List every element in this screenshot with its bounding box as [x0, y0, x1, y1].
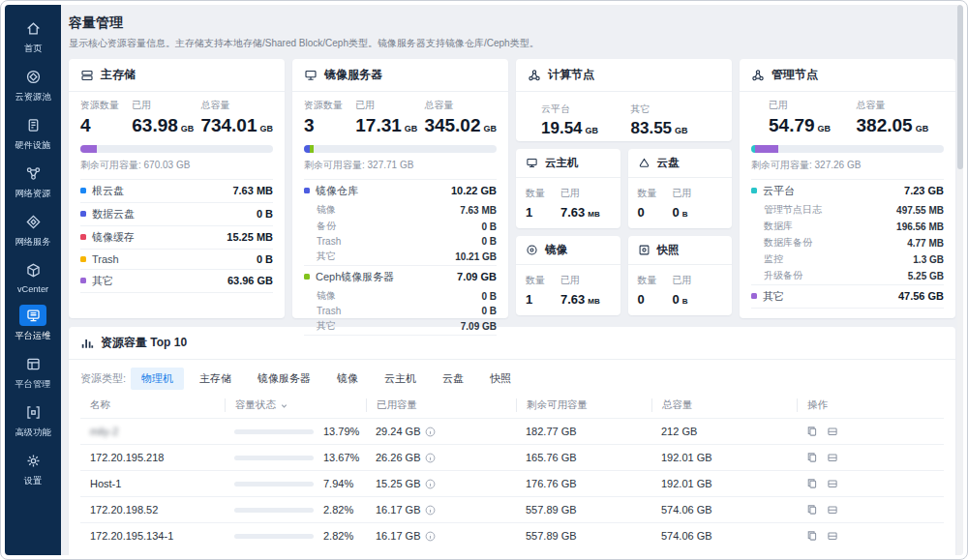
disk-icon[interactable]	[827, 452, 838, 463]
info-icon[interactable]	[425, 453, 436, 463]
sidebar-item-settings[interactable]: 设置	[5, 445, 61, 493]
list-subitem: 其它10.21 GB	[304, 249, 497, 265]
remaining-capacity: 剩余可用容量: 327.26 GB	[751, 159, 944, 172]
sidebar-item-network-resource[interactable]: 网络资源	[5, 158, 61, 206]
stat-label: 已用	[355, 99, 424, 112]
legend-dot	[80, 211, 86, 217]
info-icon[interactable]	[425, 531, 436, 542]
total-unit: GB	[260, 124, 274, 133]
table-row: 172.20.198.52 2.82% 16.17 GB 557.89 GB 5…	[80, 496, 944, 522]
sidebar-item-label: 平台运维	[7, 330, 58, 342]
used-capacity: 16.17 GB	[376, 530, 420, 542]
tab-image-server[interactable]: 镜像服务器	[247, 368, 321, 390]
list-item: 镜像仓库10.22 GB	[304, 180, 497, 202]
volume-card: 云盘 数量0 已用0B	[628, 149, 733, 228]
capacity-pct: 13.79%	[323, 426, 359, 437]
tab-image[interactable]: 镜像	[326, 368, 369, 390]
remaining-capacity: 182.77 GB	[516, 426, 651, 437]
total-capacity: 192.01 GB	[651, 478, 797, 489]
info-icon[interactable]	[425, 427, 436, 437]
sidebar-item-hardware[interactable]: 硬件设施	[5, 109, 61, 158]
usage-bar	[304, 145, 497, 153]
scrollbar-thumb[interactable]	[957, 5, 963, 169]
resource-count: 4	[80, 116, 132, 136]
app-window: 首页 云资源池 硬件设施 网络资源 网络服务 vCenter 平台运维 平台管	[0, 0, 968, 560]
sidebar-item-network-service[interactable]: 网络服务	[5, 206, 61, 254]
capacity-bar	[234, 534, 314, 539]
compute-node-card: 计算节点 云平台 19.54GB 其它 83.55GB	[516, 59, 732, 141]
card-title: 计算节点	[548, 67, 594, 83]
volume-count: 0	[638, 205, 657, 220]
tab-vm[interactable]: 云主机	[374, 368, 427, 390]
list-item: 镜像缓存15.25 MB	[80, 225, 273, 249]
network-service-icon	[19, 211, 46, 232]
col-capacity-status[interactable]: 容量状态	[225, 398, 366, 412]
sidebar-item-label: 网络服务	[7, 236, 58, 249]
usage-breakdown-list: 云平台7.23 GB 管理节点日志497.55 MB 数据库196.56 MB …	[751, 179, 944, 309]
sidebar-item-label: 云资源池	[7, 91, 58, 103]
sidebar-item-cloud-pool[interactable]: 云资源池	[5, 61, 61, 109]
copy-icon[interactable]	[806, 530, 818, 542]
sidebar-item-platform-ops[interactable]: 平台运维	[5, 300, 61, 348]
capacity-bar	[234, 429, 314, 434]
tab-primary-storage[interactable]: 主存储	[189, 368, 242, 390]
table-row: mily-2 13.79% 29.24 GB 182.77 GB 212 GB	[80, 418, 944, 444]
total-value: 734.01	[200, 115, 257, 135]
list-item: 数据云盘0 B	[80, 202, 273, 225]
list-subitem: 升级备份5.25 GB	[751, 268, 944, 284]
stat-label: 其它	[631, 103, 721, 116]
cluster-icon	[528, 69, 541, 82]
filter-label: 资源类型:	[80, 371, 126, 386]
advanced-icon	[19, 401, 46, 423]
capacity-pct: 2.82%	[323, 530, 353, 542]
used-capacity: 26.26 GB	[376, 452, 420, 463]
list-subitem: 管理节点日志497.55 MB	[751, 202, 944, 219]
remaining-capacity: 557.89 GB	[516, 504, 651, 516]
sort-caret-icon	[280, 401, 288, 410]
sidebar-item-advanced[interactable]: 高级功能	[5, 397, 61, 445]
tab-physical-host[interactable]: 物理机	[131, 368, 184, 390]
sidebar-item-label: 平台管理	[7, 378, 58, 391]
top10-panel: 资源容量 Top 10 资源类型: 物理机 主存储 镜像服务器 镜像 云主机 云…	[69, 327, 955, 555]
copy-icon[interactable]	[806, 504, 818, 516]
disk-icon[interactable]	[827, 530, 838, 542]
capacity-pct: 13.67%	[323, 452, 359, 463]
copy-icon[interactable]	[806, 426, 818, 437]
used-capacity: 15.25 GB	[376, 478, 420, 489]
disk-icon[interactable]	[827, 478, 838, 489]
copy-icon[interactable]	[806, 452, 818, 463]
resource-count: 3	[304, 116, 355, 136]
used-capacity: 29.24 GB	[376, 426, 420, 437]
tab-volume[interactable]: 云盘	[432, 368, 474, 390]
list-item: 根云盘7.63 MB	[80, 180, 273, 202]
col-remaining: 剩余可用容量	[516, 398, 651, 412]
sidebar-item-platform-mgmt[interactable]: 平台管理	[5, 348, 61, 397]
settings-icon	[19, 450, 46, 471]
disk-icon[interactable]	[827, 504, 838, 516]
scrollbar[interactable]	[957, 5, 963, 555]
sidebar-item-vcenter[interactable]: vCenter	[5, 254, 61, 300]
home-icon	[19, 17, 46, 39]
list-subitem: 备份0 B	[304, 219, 497, 235]
total-value: 382.05	[857, 115, 913, 135]
table-row: 172.20.195.218 13.67% 26.26 GB 165.76 GB…	[80, 444, 944, 470]
legend-dot	[80, 234, 86, 240]
remaining-capacity: 176.76 GB	[516, 478, 651, 489]
stat-label: 已用	[132, 99, 200, 112]
vcenter-icon	[19, 259, 46, 280]
tab-snapshot[interactable]: 快照	[479, 368, 522, 390]
legend-dot	[304, 274, 310, 280]
usage-bar	[80, 145, 273, 153]
copy-icon[interactable]	[806, 478, 818, 489]
info-icon[interactable]	[425, 479, 436, 489]
total-capacity: 212 GB	[651, 426, 797, 437]
sidebar-item-home[interactable]: 首页	[5, 13, 61, 61]
usage-breakdown-list: 根云盘7.63 MB 数据云盘0 B 镜像缓存15.25 MB Trash0 B…	[80, 179, 273, 293]
main-content: 容量管理 显示核心资源容量信息。主存储支持本地存储/Shared Block/C…	[61, 5, 963, 555]
disk-icon[interactable]	[827, 426, 838, 437]
volume-used: 0	[673, 205, 680, 220]
info-icon[interactable]	[425, 505, 436, 516]
list-subitem: 镜像0 B	[304, 288, 497, 305]
volume-icon	[638, 157, 650, 169]
sidebar-item-label: 高级功能	[7, 427, 58, 439]
